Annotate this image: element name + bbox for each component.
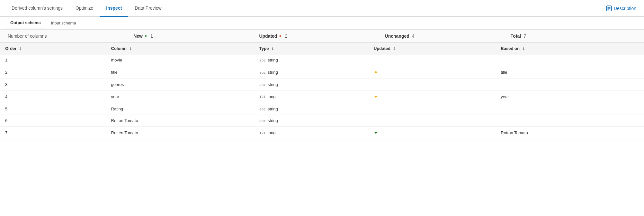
cell-based-on [496,79,644,90]
type-value: string [268,82,278,87]
schema-table: Order ⇕ Column ⇕ Type ⇕ Updated ⇕ Based … [0,43,644,139]
cell-order: 2 [0,66,106,79]
tab-derived-settings[interactable]: Derived column's settings [5,0,69,17]
sort-updated-icon: ⇕ [393,47,396,51]
cell-type: abcstring [254,54,369,66]
type-badge-icon: 12l [259,131,266,135]
table-row: 3genresabcstring [0,79,644,90]
tab-bar: Derived column's settings Optimize Inspe… [0,0,644,17]
cell-order: 5 [0,103,106,115]
table-row: 5Ratingabcstring [0,103,644,115]
cell-type: abcstring [254,79,369,90]
cell-column: Rotten Tomato [106,127,255,139]
cell-updated [369,115,496,127]
summary-bar: Number of columns New ✦ 1 Updated ✦ 2 Un… [0,30,644,43]
unchanged-summary: Unchanged 4 [385,33,511,39]
cell-based-on: year [496,90,644,103]
type-badge-icon: abc [259,70,266,75]
table-row: 2titleabcstring✦title [0,66,644,79]
table-row: 7Rotten Tomato12llong✦Rotton Tomato [0,127,644,139]
description-button[interactable]: Description [604,4,639,13]
type-badge-icon: abc [259,58,266,62]
schema-table-container: Order ⇕ Column ⇕ Type ⇕ Updated ⇕ Based … [0,43,644,139]
type-value: string [268,107,278,111]
cell-type: 12llong [254,127,369,139]
cell-updated [369,103,496,115]
type-value: long [268,130,276,135]
cell-updated: ✦ [369,127,496,139]
updated-star-icon: ✦ [374,70,378,75]
cell-column: Rotton Tomato [106,115,255,127]
type-badge-icon: abc [259,83,266,87]
type-badge-icon: 12l [259,95,266,99]
updated-star-icon: ✦ [374,94,378,99]
cell-column: movie [106,54,255,66]
cell-based-on [496,103,644,115]
cell-type: abcstring [254,115,369,127]
sub-tab-bar: Output schema Input schema [0,17,644,30]
tab-inspect[interactable]: Inspect [100,0,128,17]
cell-order: 4 [0,90,106,103]
sub-tab-output-schema[interactable]: Output schema [5,17,46,29]
new-star-icon: ✦ [144,34,148,38]
col-header-column[interactable]: Column ⇕ [106,43,255,54]
updated-summary: Updated ✦ 2 [259,33,385,39]
cell-based-on: title [496,66,644,79]
new-summary: New ✦ 1 [133,33,259,39]
type-value: string [268,58,278,62]
cell-order: 3 [0,79,106,90]
sort-type-icon: ⇕ [271,47,274,51]
tab-optimize[interactable]: Optimize [69,0,100,17]
cell-order: 6 [0,115,106,127]
cell-updated [369,79,496,90]
table-row: 4year12llong✦year [0,90,644,103]
cell-updated [369,54,496,66]
type-value: long [268,94,276,99]
cell-updated: ✦ [369,66,496,79]
description-icon [606,5,612,11]
type-badge-icon: abc [259,119,266,123]
sort-order-icon: ⇕ [19,47,22,51]
cell-type: abcstring [254,103,369,115]
cell-type: 12llong [254,90,369,103]
table-row: 6Rotton Tomatoabcstring [0,115,644,127]
sub-tab-input-schema[interactable]: Input schema [46,17,81,29]
table-row: 1movieabcstring [0,54,644,66]
table-header-row: Order ⇕ Column ⇕ Type ⇕ Updated ⇕ Based … [0,43,644,54]
cell-column: genres [106,79,255,90]
cell-order: 7 [0,127,106,139]
type-value: string [268,118,278,123]
cell-order: 1 [0,54,106,66]
num-columns-summary: Number of columns [8,33,133,39]
cell-column: year [106,90,255,103]
sort-based-on-icon: ⇕ [522,47,525,51]
cell-column: title [106,66,255,79]
cell-column: Rating [106,103,255,115]
cell-based-on [496,54,644,66]
cell-updated: ✦ [369,90,496,103]
sort-column-icon: ⇕ [129,47,132,51]
total-summary: Total 7 [511,33,636,39]
col-header-updated[interactable]: Updated ⇕ [369,43,496,54]
type-value: string [268,70,278,75]
cell-based-on: Rotton Tomato [496,127,644,139]
col-header-order[interactable]: Order ⇕ [0,43,106,54]
col-header-based-on[interactable]: Based on ⇕ [496,43,644,54]
cell-based-on [496,115,644,127]
main-tabs: Derived column's settings Optimize Inspe… [5,0,168,16]
cell-type: abcstring [254,66,369,79]
updated-star-icon: ✦ [278,34,282,38]
updated-star-icon: ✦ [374,130,378,136]
type-badge-icon: abc [259,107,266,111]
col-header-type[interactable]: Type ⇕ [254,43,369,54]
tab-data-preview[interactable]: Data Preview [128,0,168,17]
